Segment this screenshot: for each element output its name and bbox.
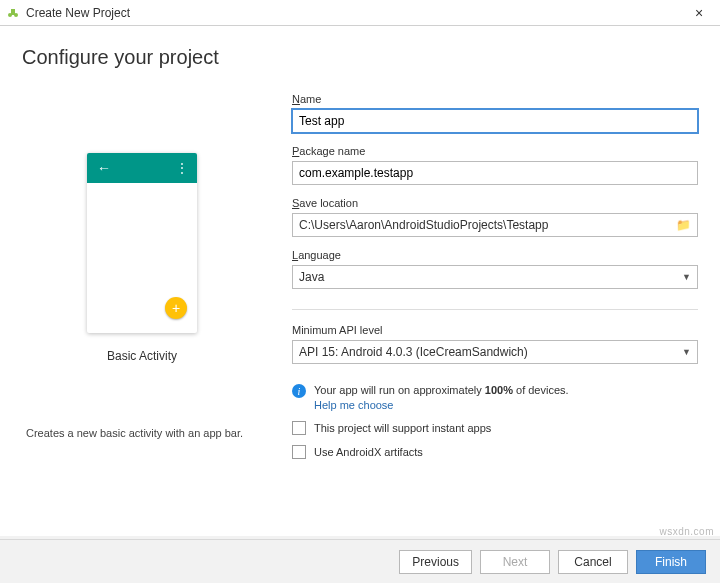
androidx-row: Use AndroidX artifacts <box>292 445 698 459</box>
footer: Previous Next Cancel Finish <box>0 539 720 583</box>
activity-preview: ← ⋮ + <box>87 153 197 333</box>
name-field-group: Name <box>292 93 698 133</box>
main-panel: Configure your project ← ⋮ + Basic Activ… <box>0 26 720 536</box>
chevron-down-icon: ▼ <box>682 347 691 357</box>
form-column: Name Package name Save location C:\Users… <box>292 93 698 459</box>
package-input[interactable] <box>292 161 698 185</box>
language-label: Language <box>292 249 698 261</box>
language-select[interactable]: Java ▼ <box>292 265 698 289</box>
previous-button[interactable]: Previous <box>399 550 472 574</box>
browse-folder-icon[interactable]: 📁 <box>676 218 691 232</box>
cancel-button[interactable]: Cancel <box>558 550 628 574</box>
titlebar: Create New Project × <box>0 0 720 26</box>
window-title: Create New Project <box>26 6 684 20</box>
save-location-input[interactable]: C:\Users\Aaron\AndroidStudioProjects\Tes… <box>292 213 698 237</box>
instant-apps-label: This project will support instant apps <box>314 422 491 434</box>
svg-rect-2 <box>11 9 15 15</box>
preview-column: ← ⋮ + Basic Activity Creates a new basic… <box>22 93 262 459</box>
content-row: ← ⋮ + Basic Activity Creates a new basic… <box>22 93 698 459</box>
close-icon[interactable]: × <box>684 5 714 21</box>
preview-label: Basic Activity <box>107 349 177 363</box>
package-field-group: Package name <box>292 145 698 185</box>
chevron-down-icon: ▼ <box>682 272 691 282</box>
finish-button[interactable]: Finish <box>636 550 706 574</box>
preview-description: Creates a new basic activity with an app… <box>22 427 262 439</box>
language-value: Java <box>299 270 324 284</box>
instant-apps-row: This project will support instant apps <box>292 421 698 435</box>
separator <box>292 309 698 310</box>
back-arrow-icon: ← <box>97 160 111 176</box>
api-info-row: i Your app will run on approximately 100… <box>292 384 698 411</box>
package-label: Package name <box>292 145 698 157</box>
save-location-field-group: Save location C:\Users\Aaron\AndroidStud… <box>292 197 698 237</box>
next-button: Next <box>480 550 550 574</box>
api-info-text: Your app will run on approximately 100% … <box>314 384 569 411</box>
help-me-choose-link[interactable]: Help me choose <box>314 399 569 411</box>
androidx-label: Use AndroidX artifacts <box>314 446 423 458</box>
min-api-value: API 15: Android 4.0.3 (IceCreamSandwich) <box>299 345 528 359</box>
info-icon: i <box>292 384 306 398</box>
instant-apps-checkbox[interactable] <box>292 421 306 435</box>
min-api-select[interactable]: API 15: Android 4.0.3 (IceCreamSandwich)… <box>292 340 698 364</box>
min-api-field-group: Minimum API level API 15: Android 4.0.3 … <box>292 324 698 364</box>
overflow-menu-icon: ⋮ <box>176 161 187 175</box>
save-location-value: C:\Users\Aaron\AndroidStudioProjects\Tes… <box>299 218 548 232</box>
preview-appbar: ← ⋮ <box>87 153 197 183</box>
androidx-checkbox[interactable] <box>292 445 306 459</box>
android-studio-icon <box>6 6 20 20</box>
min-api-label: Minimum API level <box>292 324 698 336</box>
fab-icon: + <box>165 297 187 319</box>
watermark: wsxdn.com <box>659 526 714 537</box>
page-title: Configure your project <box>22 46 698 69</box>
language-field-group: Language Java ▼ <box>292 249 698 289</box>
name-input[interactable] <box>292 109 698 133</box>
save-location-label: Save location <box>292 197 698 209</box>
name-label: Name <box>292 93 698 105</box>
